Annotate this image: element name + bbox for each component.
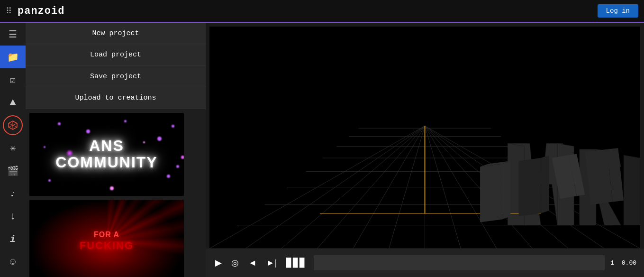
- svg-marker-32: [624, 155, 640, 225]
- sidebar-item-cube[interactable]: [0, 114, 26, 137]
- viewport-top-spacer: [206, 23, 644, 27]
- frame-number: 1: [610, 259, 614, 267]
- svg-marker-37: [502, 161, 510, 219]
- download-icon: ↓: [9, 211, 16, 222]
- 3d-viewport[interactable]: [209, 27, 640, 249]
- load-project-item[interactable]: Load project: [26, 44, 206, 65]
- grid-scene: [209, 27, 640, 249]
- logo: panzoid: [18, 5, 598, 17]
- frame-info: 1 0.00: [610, 259, 636, 267]
- burst-icon: ✳: [9, 142, 16, 155]
- wave-button[interactable]: ▊▊▊: [284, 256, 308, 270]
- thumbnail-ans-community[interactable]: ANSCOMMUNITY: [29, 113, 184, 196]
- landscape-icon: ▲: [9, 97, 16, 109]
- cube-icon-circle: [3, 115, 23, 135]
- login-button[interactable]: Log in: [598, 4, 638, 18]
- sidebar-item-landscape[interactable]: ▲: [0, 91, 26, 114]
- grid-icon[interactable]: ⠿: [6, 6, 12, 16]
- thumbnail-list: ANSCOMMUNITY FOR A FUCKING: [26, 109, 206, 277]
- video-icon: 🎬: [7, 165, 19, 177]
- sidebar-item-burst[interactable]: ✳: [0, 137, 26, 159]
- upload-to-creations-item[interactable]: Upload to creations: [26, 87, 206, 109]
- red-thumb-title: FOR A FUCKING: [80, 230, 134, 252]
- music-icon: ♪: [10, 188, 16, 199]
- check-icon: ☑: [10, 74, 16, 86]
- svg-marker-39: [519, 158, 541, 216]
- new-project-item[interactable]: New project: [26, 23, 206, 44]
- player-controls: ▶ ◎ ◄ ►| ▊▊▊ 1 0.00: [206, 249, 644, 277]
- viewport-area: ▶ ◎ ◄ ►| ▊▊▊ 1 0.00: [206, 23, 644, 277]
- time-display: 0.00: [622, 259, 636, 267]
- svg-marker-40: [541, 155, 549, 213]
- sidebar-item-music[interactable]: ♪: [0, 182, 26, 205]
- save-project-item[interactable]: Save project: [26, 66, 206, 87]
- face-icon: ☺: [10, 257, 16, 268]
- volume-button[interactable]: ◄: [246, 256, 259, 270]
- sidebar-item-folder[interactable]: 📁: [0, 46, 26, 68]
- topbar: ⠿ panzoid Log in: [0, 0, 644, 23]
- sidebar-item-video[interactable]: 🎬: [0, 159, 26, 182]
- sidebar-item-download[interactable]: ↓: [0, 205, 26, 228]
- sidebar-item-menu[interactable]: ☰: [0, 23, 26, 46]
- sidebar-item-face[interactable]: ☺: [0, 250, 26, 273]
- step-button[interactable]: ►|: [264, 256, 279, 270]
- timeline[interactable]: [314, 255, 605, 270]
- thumbnail-red[interactable]: FOR A FUCKING: [29, 200, 184, 277]
- dropdown-panel: New project Load project Save project Up…: [26, 23, 206, 277]
- eye-button[interactable]: ◎: [229, 256, 241, 270]
- sidebar-item-info[interactable]: i: [0, 228, 26, 250]
- play-button[interactable]: ▶: [213, 256, 224, 270]
- main-area: ☰ 📁 ☑ ▲ ✳ 🎬 ♪: [0, 23, 644, 277]
- sidebar-item-check[interactable]: ☑: [0, 68, 26, 91]
- folder-icon: 📁: [7, 51, 19, 63]
- info-icon: i: [10, 234, 16, 245]
- sidebar: ☰ 📁 ☑ ▲ ✳ 🎬 ♪: [0, 23, 26, 277]
- menu-icon: ☰: [9, 28, 17, 40]
- svg-marker-36: [480, 164, 502, 222]
